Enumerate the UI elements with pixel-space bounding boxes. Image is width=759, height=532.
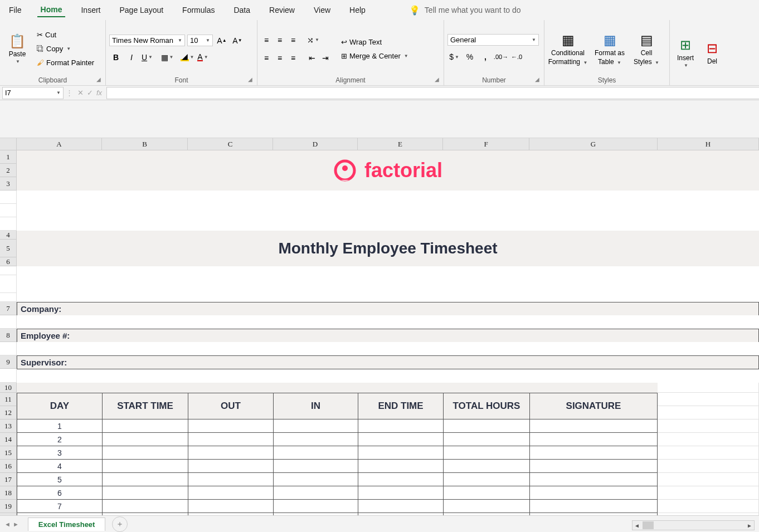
col-header[interactable]: G [529, 138, 658, 150]
cell-start[interactable] [102, 473, 188, 486]
fx-icon[interactable]: fx [96, 89, 102, 97]
tab-file[interactable]: File [6, 3, 25, 17]
cell-total[interactable] [443, 486, 529, 500]
tab-formulas[interactable]: Formulas [179, 3, 218, 17]
currency-button[interactable]: $▼ [447, 50, 461, 64]
add-sheet-button[interactable]: ＋ [112, 516, 128, 532]
cell-day[interactable]: 6 [17, 486, 102, 500]
cell-in[interactable] [273, 473, 358, 486]
col-header[interactable]: D [273, 138, 358, 150]
grow-font-button[interactable]: A▲ [215, 34, 228, 47]
delete-cells-button[interactable]: ⊟ Del [701, 28, 723, 77]
cell-signature[interactable] [529, 460, 658, 473]
tab-home[interactable]: Home [37, 3, 66, 17]
cell-end[interactable] [358, 419, 443, 433]
col-header[interactable]: E [358, 138, 443, 150]
row-header[interactable]: 10 [0, 383, 17, 393]
cell-out[interactable] [188, 446, 273, 460]
align-left-button[interactable]: ≡ [261, 51, 272, 65]
tab-help[interactable]: Help [346, 3, 369, 17]
row-header[interactable]: 2 [0, 164, 17, 177]
cell-start[interactable] [102, 460, 188, 473]
tab-review[interactable]: Review [266, 3, 298, 17]
cell-in[interactable] [273, 500, 358, 513]
tell-me-search[interactable]: 💡 Tell me what you want to do [409, 5, 521, 16]
cell-start[interactable] [102, 419, 188, 433]
borders-button[interactable]: ▦▼ [160, 51, 174, 64]
cell-styles-button[interactable]: ▤ Cell Styles ▼ [631, 25, 661, 74]
dialog-launcher-icon[interactable]: ◢ [248, 76, 252, 82]
cell-signature[interactable] [529, 446, 658, 460]
row-header[interactable]: 5 [0, 240, 17, 257]
increase-indent-button[interactable]: ⇥ [320, 51, 331, 65]
row-header[interactable]: 4 [0, 231, 17, 240]
cell-signature[interactable] [529, 419, 658, 433]
conditional-formatting-button[interactable]: ▦ Conditional Formatting ▼ [548, 25, 588, 74]
cell-day[interactable]: 4 [17, 460, 102, 473]
cell-signature[interactable] [529, 486, 658, 500]
col-header[interactable]: C [188, 138, 273, 150]
cell-end[interactable] [358, 433, 443, 446]
formula-input[interactable] [106, 87, 759, 99]
cell-day[interactable]: 1 [17, 419, 102, 433]
wrap-text-button[interactable]: ↩Wrap Text [339, 36, 411, 48]
select-all-corner[interactable] [0, 138, 17, 150]
spreadsheet-grid[interactable]: A B C D E F G H 1 2 3 factorial 4 5 6 Mo… [0, 100, 759, 515]
row-header[interactable]: 14 [0, 433, 17, 446]
row-header[interactable]: 9 [0, 355, 17, 369]
col-header[interactable]: H [658, 138, 759, 150]
cell-total[interactable] [443, 446, 529, 460]
cell-out[interactable] [188, 486, 273, 500]
font-color-button[interactable]: A▼ [196, 51, 210, 64]
cell-end[interactable] [358, 460, 443, 473]
cell-end[interactable] [358, 473, 443, 486]
cell-start[interactable] [102, 500, 188, 513]
merge-center-button[interactable]: ⊞Merge & Center▼ [339, 50, 411, 62]
cell-out[interactable] [188, 460, 273, 473]
cell-day[interactable]: 2 [17, 433, 102, 446]
bold-button[interactable]: B [109, 51, 123, 64]
cell-start[interactable] [102, 433, 188, 446]
col-header[interactable]: A [17, 138, 102, 150]
dialog-launcher-icon[interactable]: ◢ [535, 76, 539, 82]
orientation-button[interactable]: ⤭▼ [306, 33, 320, 47]
font-size-combo[interactable]: 10▼ [187, 35, 213, 46]
row-header[interactable]: 3 [0, 177, 17, 191]
info-employee[interactable]: Employee #: [17, 329, 759, 342]
fill-color-button[interactable]: ◢▼ [181, 51, 194, 64]
cell-start[interactable] [102, 446, 188, 460]
cell-out[interactable] [188, 419, 273, 433]
cell-in[interactable] [273, 486, 358, 500]
row-header[interactable]: 7 [0, 302, 17, 315]
format-as-table-button[interactable]: ▦ Format as Table ▼ [591, 25, 628, 74]
cell-signature[interactable] [529, 500, 658, 513]
number-format-combo[interactable]: General▼ [447, 34, 539, 46]
cell-day[interactable]: 5 [17, 473, 102, 486]
cell-signature[interactable] [529, 473, 658, 486]
col-header[interactable]: B [102, 138, 188, 150]
cell-start[interactable] [102, 486, 188, 500]
tab-page-layout[interactable]: Page Layout [116, 3, 167, 17]
cell-total[interactable] [443, 419, 529, 433]
align-right-button[interactable]: ≡ [288, 51, 299, 65]
horizontal-scrollbar[interactable]: ◄► [632, 520, 755, 530]
italic-button[interactable]: I [125, 51, 138, 64]
cell-out[interactable] [188, 433, 273, 446]
align-center-button[interactable]: ≡ [274, 51, 285, 65]
row-header[interactable]: 18 [0, 486, 17, 500]
col-header[interactable]: F [443, 138, 529, 150]
row-header[interactable]: 17 [0, 473, 17, 486]
accept-formula-icon[interactable]: ✓ [87, 89, 93, 97]
cell-total[interactable] [443, 500, 529, 513]
cell-signature[interactable] [529, 433, 658, 446]
tab-data[interactable]: Data [230, 3, 254, 17]
cell-out[interactable] [188, 500, 273, 513]
decrease-indent-button[interactable]: ⇤ [306, 51, 318, 65]
align-middle-button[interactable]: ≡ [274, 33, 285, 47]
row-header[interactable]: 1 [0, 150, 17, 164]
cell-end[interactable] [358, 446, 443, 460]
info-supervisor[interactable]: Supervisor: [17, 355, 759, 369]
align-bottom-button[interactable]: ≡ [288, 33, 299, 47]
decrease-decimal-button[interactable]: ←.0 [510, 50, 523, 64]
sheet-tab[interactable]: Excel Timesheet [28, 518, 106, 531]
